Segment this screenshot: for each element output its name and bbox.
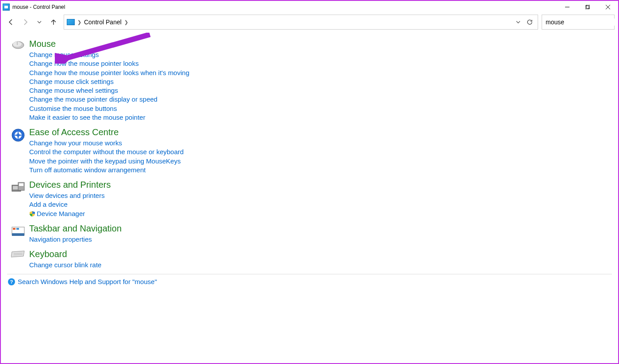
svg-rect-18 xyxy=(16,228,19,230)
divider xyxy=(7,274,612,274)
breadcrumb-separator: ❯ xyxy=(124,19,128,25)
help-row: ? Search Windows Help and Support for "m… xyxy=(7,278,612,285)
link-text: Change mouse click settings xyxy=(29,78,114,85)
category-title[interactable]: Devices and Printers xyxy=(29,179,612,190)
link-text: Make it easier to see the mouse pointer xyxy=(29,114,145,121)
devices-icon xyxy=(7,179,29,218)
link[interactable]: Change mouse click settings xyxy=(29,77,612,86)
breadcrumb-item[interactable]: Control Panel xyxy=(84,19,122,26)
link[interactable]: Navigation properties xyxy=(29,235,612,244)
close-button[interactable] xyxy=(598,1,618,13)
minimize-button[interactable] xyxy=(557,1,577,13)
link[interactable]: Control the computer without the mouse o… xyxy=(29,148,612,156)
category-title[interactable]: Ease of Access Centre xyxy=(29,126,612,138)
category-body: MouseChange mouse settingsChange how the… xyxy=(29,38,612,122)
window: mouse - Control Panel ❯ xyxy=(0,0,619,364)
link[interactable]: Change how the mouse pointer looks when … xyxy=(29,68,612,77)
recent-dropdown[interactable] xyxy=(33,15,46,29)
chevron-down-icon xyxy=(37,20,42,24)
window-controls xyxy=(557,1,618,13)
up-arrow-icon xyxy=(50,19,57,26)
maximize-button[interactable] xyxy=(577,1,598,13)
ease-icon xyxy=(7,126,29,174)
back-arrow-icon xyxy=(8,19,15,26)
link-text: Change the mouse pointer display or spee… xyxy=(29,95,157,103)
category: Devices and PrintersView devices and pri… xyxy=(7,179,612,218)
category-title[interactable]: Keyboard xyxy=(29,248,612,260)
svg-rect-16 xyxy=(12,233,24,236)
mouse-icon xyxy=(7,38,29,122)
link[interactable]: Change how your mouse works xyxy=(29,139,612,148)
keyboard-icon xyxy=(7,248,29,269)
navbar: ❯ Control Panel ❯ ✕ xyxy=(1,13,618,31)
titlebar: mouse - Control Panel xyxy=(1,1,618,13)
link-text: Move the pointer with the keypad using M… xyxy=(29,157,181,165)
link[interactable]: Make it easier to see the mouse pointer xyxy=(29,113,612,122)
help-link[interactable]: Search Windows Help and Support for "mou… xyxy=(18,278,157,285)
link-text: Control the computer without the mouse o… xyxy=(29,148,183,155)
forward-arrow-icon xyxy=(22,19,29,26)
search-input[interactable] xyxy=(546,19,619,26)
link-text: View devices and printers xyxy=(29,192,105,199)
link-text: Change mouse wheel settings xyxy=(29,87,118,94)
link[interactable]: Add a device xyxy=(29,200,612,209)
link[interactable]: Customise the mouse buttons xyxy=(29,104,612,113)
back-button[interactable] xyxy=(4,15,18,29)
category-title[interactable]: Mouse xyxy=(29,38,612,49)
category-title[interactable]: Taskbar and Navigation xyxy=(29,223,612,234)
link[interactable]: Change the mouse pointer display or spee… xyxy=(29,95,612,104)
svg-rect-1 xyxy=(585,6,589,9)
link[interactable]: Change cursor blink rate xyxy=(29,261,612,269)
link-text: Change how your mouse works xyxy=(29,139,122,147)
minimize-icon xyxy=(565,5,569,9)
link[interactable]: Change mouse wheel settings xyxy=(29,86,612,95)
control-panel-icon xyxy=(3,4,10,11)
taskbar-icon xyxy=(7,223,29,244)
refresh-icon[interactable] xyxy=(526,19,533,26)
link-text: Change mouse settings xyxy=(29,51,99,58)
category-body: Taskbar and NavigationNavigation propert… xyxy=(29,223,612,244)
link-text: Change how the mouse pointer looks when … xyxy=(29,69,189,76)
category-body: Ease of Access CentreChange how your mou… xyxy=(29,126,612,174)
help-icon: ? xyxy=(8,278,15,285)
category: Ease of Access CentreChange how your mou… xyxy=(7,126,612,174)
link[interactable]: Change how the mouse pointer looks xyxy=(29,59,612,68)
address-bar[interactable]: ❯ Control Panel ❯ xyxy=(64,15,538,30)
link-text: Navigation properties xyxy=(29,235,92,243)
link[interactable]: Turn off automatic window arrangement xyxy=(29,166,612,174)
link[interactable]: Device Manager xyxy=(29,209,612,218)
content: MouseChange mouse settingsChange how the… xyxy=(1,31,618,363)
forward-button[interactable] xyxy=(19,15,32,29)
category: MouseChange mouse settingsChange how the… xyxy=(7,38,612,122)
window-title: mouse - Control Panel xyxy=(12,4,65,10)
maximize-icon xyxy=(585,5,590,9)
link-text: Add a device xyxy=(29,201,68,208)
breadcrumb-separator: ❯ xyxy=(77,19,81,25)
category: KeyboardChange cursor blink rate xyxy=(7,248,612,269)
address-control-panel-icon xyxy=(67,19,75,25)
link[interactable]: Change mouse settings xyxy=(29,50,612,59)
chevron-down-icon[interactable] xyxy=(516,19,521,25)
category: Taskbar and NavigationNavigation propert… xyxy=(7,223,612,244)
address-bar-right xyxy=(516,19,535,26)
link-text: Change how the mouse pointer looks xyxy=(29,60,139,67)
search-box[interactable]: ✕ xyxy=(542,15,615,30)
up-button[interactable] xyxy=(47,15,60,29)
category-body: Devices and PrintersView devices and pri… xyxy=(29,179,612,218)
svg-rect-17 xyxy=(13,228,15,230)
svg-rect-14 xyxy=(19,183,23,186)
shield-icon xyxy=(29,211,35,217)
link[interactable]: Move the pointer with the keypad using M… xyxy=(29,157,612,166)
link-text: Customise the mouse buttons xyxy=(29,105,117,112)
link-text: Change cursor blink rate xyxy=(29,261,101,269)
link-text: Turn off automatic window arrangement xyxy=(29,166,145,174)
category-body: KeyboardChange cursor blink rate xyxy=(29,248,612,269)
link[interactable]: View devices and printers xyxy=(29,191,612,200)
close-icon xyxy=(606,5,610,9)
link-text: Device Manager xyxy=(37,210,85,217)
svg-rect-2 xyxy=(586,5,590,8)
